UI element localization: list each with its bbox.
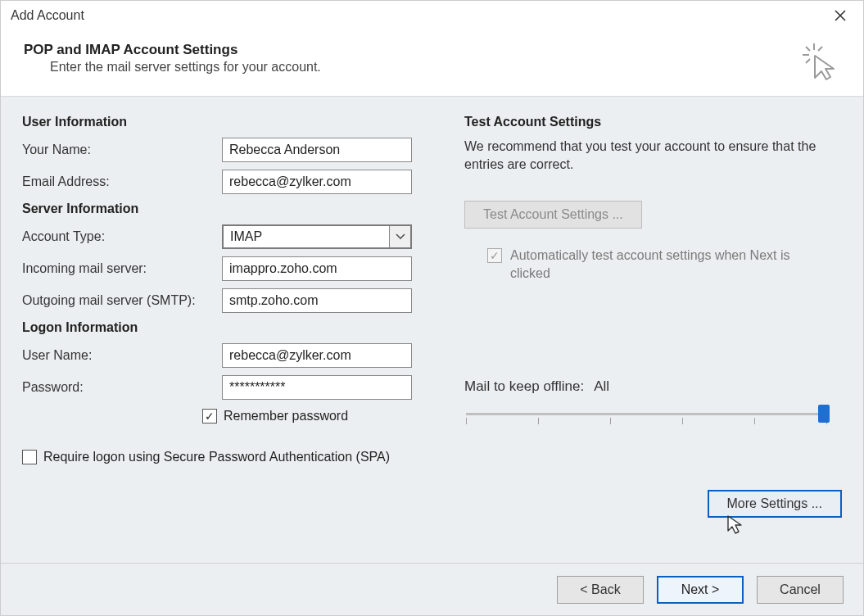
row-username: User Name:: [22, 343, 432, 368]
account-type-select[interactable]: IMAP: [222, 224, 412, 249]
label-outgoing-server: Outgoing mail server (SMTP):: [22, 293, 222, 308]
cursor-click-icon: [801, 42, 840, 81]
remember-password-row[interactable]: ✓ Remember password: [202, 407, 432, 425]
label-account-type: Account Type:: [22, 229, 222, 244]
row-password: Password:: [22, 375, 432, 400]
mail-offline-row: Mail to keep offline: All: [464, 378, 842, 395]
svg-line-3: [818, 47, 822, 51]
cancel-button[interactable]: Cancel: [757, 576, 844, 604]
slider-tick: [682, 418, 683, 424]
next-button[interactable]: Next >: [657, 576, 744, 604]
wizard-footer: < Back Next > Cancel: [1, 563, 863, 615]
svg-line-4: [806, 59, 810, 63]
chevron-down-icon: [396, 233, 405, 240]
row-account-type: Account Type: IMAP: [22, 224, 432, 249]
row-email: Email Address:: [22, 170, 432, 194]
label-password: Password:: [22, 380, 222, 395]
content-area: User Information Your Name: Email Addres…: [1, 97, 863, 563]
account-type-value: IMAP: [224, 229, 389, 244]
svg-line-2: [806, 47, 810, 51]
email-input[interactable]: [222, 170, 412, 194]
wizard-header-text: POP and IMAP Account Settings Enter the …: [24, 42, 801, 75]
close-button[interactable]: [824, 2, 857, 29]
section-test-account-settings: Test Account Settings: [464, 115, 842, 129]
require-spa-row[interactable]: Require logon using Secure Password Auth…: [22, 448, 432, 466]
left-column: User Information Your Name: Email Addres…: [22, 115, 432, 550]
require-spa-label: Require logon using Secure Password Auth…: [43, 448, 390, 466]
wizard-header: POP and IMAP Account Settings Enter the …: [1, 30, 863, 97]
header-subtitle: Enter the mail server settings for your …: [50, 60, 801, 75]
account-type-dropdown-button[interactable]: [389, 226, 410, 247]
more-settings-area: More Settings ...: [464, 490, 842, 518]
mail-offline-value: All: [594, 378, 609, 395]
slider-track: [466, 413, 826, 415]
username-input[interactable]: [222, 343, 412, 368]
right-column: Test Account Settings We recommend that …: [464, 115, 842, 550]
row-incoming-server: Incoming mail server:: [22, 256, 432, 281]
titlebar: Add Account: [1, 1, 863, 30]
row-outgoing-server: Outgoing mail server (SMTP):: [22, 288, 432, 313]
auto-test-label: Automatically test account settings when…: [510, 247, 821, 282]
label-your-name: Your Name:: [22, 143, 222, 157]
window-title: Add Account: [11, 8, 824, 23]
slider-tick: [538, 418, 539, 424]
add-account-window: Add Account POP and IMAP Account Setting…: [0, 0, 864, 616]
auto-test-row: ✓ Automatically test account settings wh…: [487, 247, 842, 282]
test-account-settings-button[interactable]: Test Account Settings ...: [464, 201, 642, 229]
section-user-information: User Information: [22, 115, 432, 129]
close-icon: [835, 10, 846, 21]
require-spa-checkbox[interactable]: [22, 450, 37, 464]
test-recommendation-text: We recommend that you test your account …: [464, 138, 842, 173]
mail-offline-label: Mail to keep offline:: [464, 378, 584, 395]
label-username: User Name:: [22, 348, 222, 363]
row-your-name: Your Name:: [22, 138, 432, 162]
slider-tick: [466, 418, 467, 424]
outgoing-server-input[interactable]: [222, 288, 412, 313]
remember-password-checkbox[interactable]: ✓: [202, 409, 217, 424]
back-button[interactable]: < Back: [557, 576, 644, 604]
label-incoming-server: Incoming mail server:: [22, 261, 222, 276]
incoming-server-input[interactable]: [222, 256, 412, 281]
remember-password-label: Remember password: [224, 407, 348, 425]
label-email: Email Address:: [22, 174, 222, 189]
cursor-icon: [726, 514, 744, 534]
section-server-information: Server Information: [22, 202, 432, 216]
section-logon-information: Logon Information: [22, 320, 432, 335]
more-settings-button[interactable]: More Settings ...: [708, 490, 843, 518]
your-name-input[interactable]: [222, 138, 412, 162]
slider-tick: [610, 418, 611, 424]
header-title: POP and IMAP Account Settings: [24, 42, 801, 58]
mail-offline-slider[interactable]: [466, 408, 826, 429]
password-input[interactable]: [222, 375, 412, 400]
auto-test-checkbox[interactable]: ✓: [487, 248, 502, 263]
slider-tick: [754, 418, 755, 424]
slider-thumb[interactable]: [818, 405, 830, 423]
